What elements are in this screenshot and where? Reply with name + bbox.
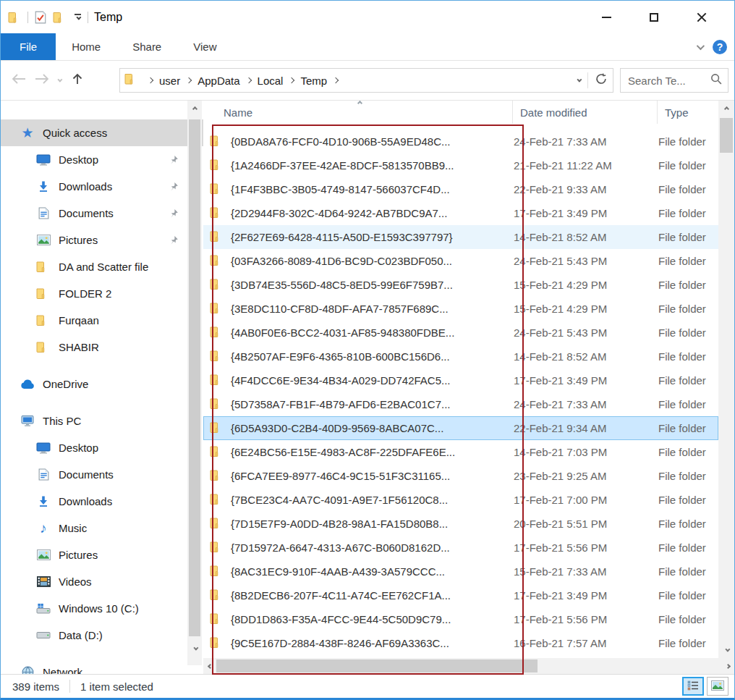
sidebar-item-network[interactable]: Network [1,659,203,674]
folder-icon [210,135,226,148]
sidebar-item-shabir[interactable]: SHABIR [1,334,203,360]
sidebar-item-label: Furqaan [59,314,99,326]
table-row[interactable]: {3DB74E35-556D-48C5-8ED5-99E6F759B7...15… [203,273,718,297]
breadcrumb-chevron-icon[interactable] [333,77,339,83]
up-arrow-icon[interactable] [71,72,84,88]
minimize-button[interactable] [582,1,630,33]
breadcrumb-segment-local[interactable]: Local [256,75,285,87]
scroll-down-icon[interactable] [187,642,202,655]
table-row[interactable]: {5D7358A7-FB1F-4B79-AFD6-E2BAC01C7...24-… [203,392,718,416]
table-row[interactable]: {2D2944F8-302C-4D64-9242-AB7BDC9A7...17-… [203,201,718,225]
sidebar-item-folder-2[interactable]: FOLDER 2 [1,280,203,307]
sidebar-item-windows-10-c-[interactable]: Windows 10 (C:) [1,595,203,622]
sidebar-item-onedrive[interactable]: OneDrive [1,371,203,397]
scroll-up-icon[interactable] [187,102,202,115]
breadcrumb-chevron-icon[interactable] [186,77,192,83]
table-row[interactable]: {03FA3266-8089-41D6-BC9D-C023BDF050...24… [203,249,718,273]
table-row[interactable]: {4AB0F0E6-BCC2-4031-AF85-948380FDBE...24… [203,321,718,345]
table-row[interactable]: {6D5A93D0-C2B4-40D9-9569-8ABCA07C...22-F… [203,416,718,440]
sidebar-item-this-pc[interactable]: This PC [1,408,203,434]
scroll-up-icon[interactable] [718,102,734,115]
maximize-button[interactable] [630,1,678,33]
scroll-right-icon[interactable] [721,658,734,674]
scrollbar-thumb[interactable] [216,659,538,672]
table-row[interactable]: {8AC31EC9-910F-4AAB-A439-3A579CCC...15-F… [203,560,718,583]
help-icon[interactable]: ? [713,40,727,54]
scroll-down-icon[interactable] [718,644,734,657]
sidebar-item-da-and-scatter-file[interactable]: DA and Scatter file [1,253,203,280]
table-row[interactable]: {4B2507AF-E9F6-4365-810B-600BC156D6...14… [203,345,718,368]
table-row[interactable]: {4F4DCC6E-9E34-4B34-A029-DD742FAC5...17-… [203,368,718,392]
refresh-icon[interactable] [595,73,607,88]
table-row[interactable]: {1A2466DF-37EE-42AE-8DCF-5813570BB9...21… [203,153,718,177]
sidebar-item-desktop[interactable]: Desktop [1,434,203,461]
details-view-button[interactable] [682,677,704,696]
table-row[interactable]: {8B2DECB6-207F-4C11-A74C-EE762CF1A...17-… [203,583,718,607]
tab-view[interactable]: View [177,33,232,60]
thumbnails-view-button[interactable] [707,677,728,696]
scrollbar-thumb[interactable] [720,118,733,153]
sidebar-item-pictures[interactable]: Pictures [1,227,203,253]
folder-icon [210,493,226,507]
date-modified-cell: 20-Feb-21 5:51 PM [514,518,658,530]
breadcrumb-chevron-icon[interactable] [245,77,251,83]
back-arrow-icon[interactable] [11,73,27,88]
magnifier-icon[interactable] [710,73,722,88]
file-name-cell: {3DB74E35-556D-48C5-8ED5-99E6F759B7... [204,278,514,292]
sidebar-item-pictures[interactable]: Pictures [1,541,203,568]
search-input[interactable] [626,74,710,88]
sidebar-item-data-d-[interactable]: Data (D:) [1,622,203,649]
address-bar[interactable]: userAppDataLocalTemp [119,68,613,93]
breadcrumb-segment-appdata[interactable]: AppData [196,75,241,87]
sidebar-scrollbar[interactable] [187,101,202,665]
sidebar-item-furqaan[interactable]: Furqaan [1,307,203,334]
pin-icon [169,181,179,193]
table-row[interactable]: {1F4F3BBC-3B05-4749-8147-566037CF4D...22… [203,177,718,201]
breadcrumb-segment-temp[interactable]: Temp [299,75,328,87]
column-header-type[interactable]: Type [658,101,718,124]
sidebar-item-downloads[interactable]: Downloads [1,173,203,200]
table-row[interactable]: {6FCA7EE9-8977-46C4-9C15-51F3C31165...23… [203,464,718,488]
expand-ribbon-chevron-icon[interactable] [697,42,705,50]
close-button[interactable] [678,1,726,33]
folder-icon[interactable] [53,11,67,24]
recent-locations-chevron-icon[interactable] [57,77,62,82]
table-row[interactable]: {8DD1D863-F35A-4FCC-9E44-5C50D9C79...17-… [203,607,718,631]
column-header-name[interactable]: Name [203,101,513,124]
search-box[interactable] [620,68,728,93]
sidebar-item-music[interactable]: ♪Music [1,515,203,541]
folder-icon [210,278,226,292]
table-row[interactable]: {9C5E167D-2884-438F-8246-AF69A3363C...16… [203,631,718,655]
tab-file[interactable]: File [1,33,56,60]
folder-icon[interactable] [8,11,22,24]
table-row[interactable]: {3E8DC110-CF8D-48DF-AFA7-7857F689C...15-… [203,297,718,321]
table-row[interactable]: {0BDA8A76-FCF0-4D10-906B-55A9ED48C...24-… [203,130,718,153]
sidebar-item-documents[interactable]: Documents [1,200,203,227]
forward-arrow-icon[interactable] [34,73,50,88]
breadcrumb-segment-user[interactable]: user [158,75,182,87]
table-row[interactable]: {7D15972A-6647-4313-A67C-B060D8162D...17… [203,536,718,560]
column-header-date-modified[interactable]: Date modified [513,101,658,124]
sidebar-item-quick-access[interactable]: ★Quick access [1,119,203,146]
table-row[interactable]: {7BCE23C4-AA7C-4091-A9E7-1F56120C8...17-… [203,488,718,512]
sidebar-item-downloads[interactable]: Downloads [1,488,203,515]
scroll-left-icon[interactable] [203,658,216,674]
vertical-scrollbar[interactable] [718,101,734,658]
sidebar-item-videos[interactable]: Videos [1,568,203,595]
address-dropdown-chevron-icon[interactable] [577,77,582,82]
horizontal-scrollbar[interactable] [203,658,734,674]
customize-qat-arrow-icon[interactable] [72,14,82,20]
scrollbar-thumb[interactable] [189,119,200,636]
sidebar-item-documents[interactable]: Documents [1,461,203,488]
star-icon: ★ [20,126,35,140]
breadcrumb-chevron-icon[interactable] [289,77,294,83]
checklist-doc-icon[interactable] [33,11,48,24]
table-row[interactable]: {7D15E7F9-A0DD-4B28-98A1-FA15D80B8...20-… [203,512,718,536]
table-row[interactable]: {2F627E69-6428-4115-A50D-E1593C397797}14… [203,225,718,249]
quick-access-toolbar [1,11,88,24]
tab-share[interactable]: Share [116,33,177,60]
sidebar-item-desktop[interactable]: Desktop [1,146,203,173]
tab-home[interactable]: Home [56,33,116,60]
breadcrumb-chevron-icon[interactable] [148,77,153,83]
table-row[interactable]: {6E24BC56-E15E-4983-AC8F-225DFAFE6E...14… [203,440,718,464]
